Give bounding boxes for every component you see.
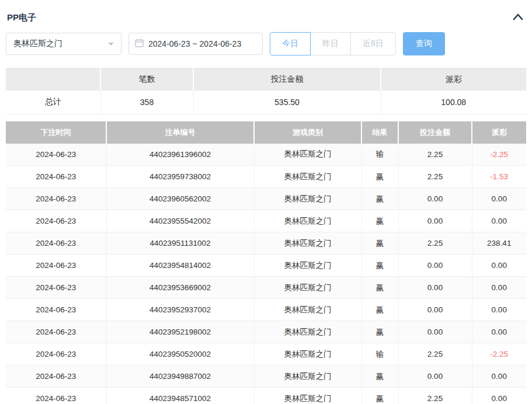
payout-cell: -1.53: [472, 166, 526, 188]
col-payout: 派彩: [472, 121, 526, 144]
order-id-cell: 44023960562002: [106, 188, 254, 210]
bet-date-cell: 2024-06-23: [6, 210, 106, 232]
bet-date-cell: 2024-06-23: [6, 277, 106, 299]
table-row: 2024-06-23 44023949887002 奥林匹斯之门 赢 0.00 …: [6, 365, 526, 388]
result-cell: 输: [361, 343, 398, 365]
game-category-cell: 奥林匹斯之门: [254, 365, 361, 388]
result-cell: 赢: [361, 210, 398, 232]
order-id-cell: 44023954814002: [106, 255, 254, 277]
summary-payout-value: 100.08: [381, 90, 526, 114]
bet-amount-cell: 0.00: [398, 321, 472, 343]
bet-date-cell: 2024-06-23: [6, 188, 106, 210]
date-range-value: 2024-06-23 ~ 2024-06-23: [148, 39, 241, 48]
game-category-cell: 奥林匹斯之门: [254, 210, 361, 232]
bet-amount-cell: 2.25: [398, 166, 472, 188]
game-select-value: 奥林匹斯之门: [13, 39, 62, 49]
yesterday-button[interactable]: 昨日: [310, 32, 351, 55]
bet-date-cell: 2024-06-23: [6, 321, 106, 343]
game-category-cell: 奥林匹斯之门: [254, 299, 361, 321]
bet-amount-cell: 0.00: [398, 277, 472, 299]
game-select[interactable]: 奥林匹斯之门: [6, 33, 121, 55]
bet-table-body: 2024-06-23 44023961396002 奥林匹斯之门 输 2.25 …: [6, 144, 526, 404]
table-row: 2024-06-23 44023955542002 奥林匹斯之门 赢 0.00 …: [6, 210, 526, 232]
payout-cell: 0.00: [472, 365, 526, 388]
table-row: 2024-06-23 44023959738002 奥林匹斯之门 赢 2.25 …: [6, 166, 526, 188]
order-id-cell: 44023951131002: [106, 232, 254, 255]
bet-amount-cell: 2.25: [398, 388, 472, 404]
summary-col-payout: 派彩: [381, 68, 526, 90]
last-8-days-button[interactable]: 近8日: [350, 32, 396, 55]
summary-table: 笔数 投注金额 派彩 总计 358 535.50 100.08: [6, 68, 526, 114]
order-id-cell: 44023953669002: [106, 277, 254, 299]
payout-cell: 0.00: [472, 321, 526, 343]
bet-date-cell: 2024-06-23: [6, 255, 106, 277]
col-bet-amount: 投注金额: [398, 121, 472, 144]
result-cell: 赢: [361, 277, 398, 299]
table-row: 2024-06-23 44023954814002 奥林匹斯之门 赢 0.00 …: [6, 255, 526, 277]
game-category-cell: 奥林匹斯之门: [254, 144, 361, 166]
bet-amount-cell: 0.00: [398, 255, 472, 277]
game-category-cell: 奥林匹斯之门: [254, 232, 361, 255]
payout-cell: 0.00: [472, 188, 526, 210]
result-cell: 输: [361, 144, 398, 166]
col-order-id: 注单编号: [106, 121, 254, 144]
chevron-up-icon: [512, 13, 524, 23]
table-row: 2024-06-23 44023961396002 奥林匹斯之门 输 2.25 …: [6, 144, 526, 166]
bet-amount-cell: 2.25: [398, 232, 472, 255]
bet-date-cell: 2024-06-23: [6, 343, 106, 365]
result-cell: 赢: [361, 365, 398, 388]
summary-header-row: 笔数 投注金额 派彩: [6, 68, 526, 90]
table-row: 2024-06-23 44023960562002 奥林匹斯之门 赢 0.00 …: [6, 188, 526, 210]
order-id-cell: 44023950520002: [106, 343, 254, 365]
game-category-cell: 奥林匹斯之门: [254, 321, 361, 343]
order-id-cell: 44023961396002: [106, 144, 254, 166]
bet-date-cell: 2024-06-23: [6, 232, 106, 255]
order-id-cell: 44023949887002: [106, 365, 254, 388]
table-row: 2024-06-23 44023953669002 奥林匹斯之门 赢 0.00 …: [6, 277, 526, 299]
summary-col-count: 笔数: [100, 68, 193, 90]
col-result: 结果: [361, 121, 398, 144]
payout-cell: 0.00: [472, 388, 526, 404]
collapse-button[interactable]: [511, 12, 525, 24]
summary-row-label: 总计: [6, 90, 100, 114]
summary-col-blank: [6, 68, 100, 90]
bet-date-cell: 2024-06-23: [6, 388, 106, 404]
chevron-down-icon: [108, 43, 114, 48]
pp-panel: PP电子 奥林匹斯之门 2024-06-23 ~ 2024-06-23 今日 昨…: [0, 0, 532, 404]
order-id-cell: 44023952937002: [106, 299, 254, 321]
game-category-cell: 奥林匹斯之门: [254, 388, 361, 404]
game-category-cell: 奥林匹斯之门: [254, 343, 361, 365]
payout-cell: 0.00: [472, 277, 526, 299]
result-cell: 赢: [361, 388, 398, 404]
col-bet-time: 下注时间: [6, 121, 106, 144]
order-id-cell: 44023959738002: [106, 166, 254, 188]
summary-count-value: 358: [100, 90, 193, 114]
table-row: 2024-06-23 44023950520002 奥林匹斯之门 输 2.25 …: [6, 343, 526, 365]
table-row: 2024-06-23 44023948571002 奥林匹斯之门 赢 2.25 …: [6, 388, 526, 404]
summary-col-bet-amount: 投注金额: [193, 68, 381, 90]
panel-header: PP电子: [6, 0, 526, 31]
payout-cell: 238.41: [472, 232, 526, 255]
bet-amount-cell: 0.00: [398, 299, 472, 321]
summary-total-row: 总计 358 535.50 100.08: [6, 90, 526, 114]
bet-amount-cell: 0.00: [398, 365, 472, 388]
bet-date-cell: 2024-06-23: [6, 166, 106, 188]
game-category-cell: 奥林匹斯之门: [254, 166, 361, 188]
date-range-input[interactable]: 2024-06-23 ~ 2024-06-23: [128, 33, 263, 55]
bet-amount-cell: 0.00: [398, 188, 472, 210]
bet-table-header-row: 下注时间 注单编号 游戏类别 结果 投注金额 派彩: [6, 121, 526, 144]
result-cell: 赢: [361, 255, 398, 277]
payout-cell: 0.00: [472, 255, 526, 277]
result-cell: 赢: [361, 166, 398, 188]
query-button[interactable]: 查询: [403, 32, 445, 55]
today-button[interactable]: 今日: [270, 32, 311, 55]
bet-amount-cell: 2.25: [398, 144, 472, 166]
bet-date-cell: 2024-06-23: [6, 365, 106, 388]
bet-amount-cell: 0.00: [398, 210, 472, 232]
bet-table: 下注时间 注单编号 游戏类别 结果 投注金额 派彩 2024-06-23 440…: [6, 121, 526, 404]
order-id-cell: 44023948571002: [106, 388, 254, 404]
game-category-cell: 奥林匹斯之门: [254, 255, 361, 277]
bet-date-cell: 2024-06-23: [6, 144, 106, 166]
result-cell: 赢: [361, 232, 398, 255]
payout-cell: -2.25: [472, 144, 526, 166]
